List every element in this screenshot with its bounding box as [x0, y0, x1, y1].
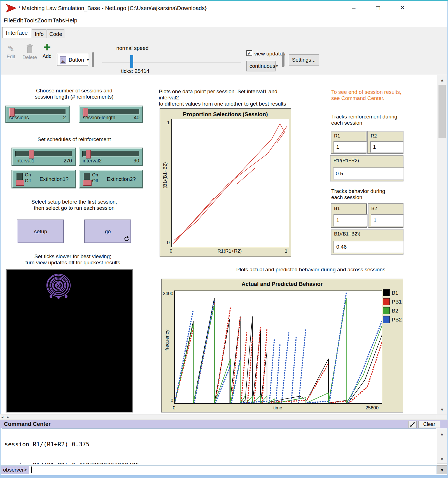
x-max-label: 1 [285, 248, 287, 254]
button-widget-icon: ✝abc [60, 56, 66, 64]
monitor-label: R1 [334, 133, 340, 139]
slider-track [15, 151, 72, 157]
menu-file[interactable]: File [4, 17, 13, 24]
menu-tools[interactable]: Tools [24, 17, 38, 24]
note-plot2: Plots actual and predicted behavior duri… [199, 267, 423, 273]
legend-label: PB2 [392, 317, 402, 323]
chevron-down-icon: ▼ [440, 468, 444, 472]
maximize-button[interactable]: □ [372, 3, 384, 13]
scroll-down-arrow[interactable]: ▼ [437, 454, 447, 463]
menu-zoom[interactable]: Zoom [37, 17, 52, 24]
r-ratio-monitor: R1/(R1+R2) 0.5 [330, 156, 403, 181]
x-max-label: 25600 [365, 405, 379, 411]
go-button-label: go [105, 228, 111, 235]
add-tool[interactable]: + Add [39, 41, 55, 59]
b-ratio-monitor: B1/(B1+B2)) 0.46 [331, 229, 403, 254]
x-axis-label: time [174, 405, 381, 411]
y-max-label: 2400 [162, 291, 173, 297]
menu-tabs[interactable]: Tabs [53, 17, 65, 24]
setup-button[interactable]: setup [17, 220, 64, 243]
observer-history-dropdown[interactable]: ▼ [437, 465, 447, 474]
monitor-value: 0.46 [333, 241, 404, 253]
legend-swatch-b1 [383, 289, 390, 296]
edit-tool: ✎ Edit [3, 44, 19, 60]
note-schedules: Set schedules of reinforcement [11, 136, 137, 143]
scroll-left-arrow[interactable]: ◂ [1, 415, 3, 419]
switch-off-label: Off [92, 178, 98, 183]
widget-type-dropdown[interactable]: ✝abc Button ▼ [57, 54, 88, 66]
monitor-value: 1 [371, 214, 404, 227]
legend-item-pb1: PB1 [383, 298, 402, 305]
scroll-right-arrow[interactable]: ▸ [7, 415, 9, 419]
tab-info[interactable]: Info [32, 29, 46, 38]
actual-predicted-plot: Actual and Predicted Behavior 2400 0 fre… [161, 279, 403, 412]
plot-title: Actual and Predicted Behavior [162, 281, 403, 287]
legend-item-pb2: PB2 [383, 316, 402, 323]
switch-name: Extinction1? [35, 171, 73, 187]
switch-handle[interactable] [83, 180, 92, 186]
legend-swatch-b2 [383, 307, 390, 314]
tab-interface[interactable]: Interface [2, 27, 31, 38]
observer-prompt: observer> [1, 466, 29, 474]
note-tracks-behavior: Tracks behavior during each session [331, 188, 412, 200]
command-center-output[interactable]: session R1/(R1+R2) 0.375 session B1/(B1+… [2, 428, 436, 464]
add-tool-label: Add [39, 53, 55, 59]
r1-monitor: R1 1 [331, 131, 366, 153]
menu-help[interactable]: Help [65, 17, 77, 24]
update-mode-value: continuous [249, 63, 275, 69]
sessions-slider[interactable]: sessions2 [6, 106, 69, 123]
monitor-value: 0.5 [333, 167, 404, 180]
scroll-up-arrow[interactable]: ▲ [437, 429, 447, 438]
scrollbar-thumb[interactable] [438, 85, 446, 138]
note-setup: Select setup before the first session; t… [11, 199, 137, 211]
note-command-center: To see end of session results, see Comma… [331, 89, 415, 101]
go-button[interactable]: go [85, 220, 131, 243]
close-button[interactable]: × [397, 3, 408, 13]
chevron-down-icon: ▼ [86, 58, 90, 62]
command-output-scrollbar[interactable]: ▲ ▼ [437, 429, 447, 464]
interval1-slider[interactable]: interval1270 [12, 148, 76, 166]
legend-label: PB1 [392, 299, 402, 305]
view-updates-checkbox[interactable]: ✓ [246, 50, 252, 56]
monitor-label: B1/(B1+B2)) [334, 231, 360, 237]
menu-edit[interactable]: Edit [13, 17, 23, 24]
scrollbar-corner [437, 414, 447, 420]
interval2-slider[interactable]: interval290 [79, 148, 143, 166]
observer-input-row: observer> [1, 465, 437, 474]
slider-value: 90 [134, 158, 139, 164]
check-icon: ✓ [248, 51, 251, 56]
monitor-label: B2 [371, 206, 377, 211]
session-length-slider[interactable]: session-length40 [79, 106, 143, 123]
clear-button[interactable]: Clear [418, 421, 440, 428]
scroll-up-arrow[interactable]: ▲ [437, 75, 447, 84]
legend-swatch-pb1 [383, 298, 390, 305]
minimize-button[interactable]: – [348, 3, 359, 13]
view-updates-label: view updates [254, 51, 285, 57]
extinction1-switch[interactable]: On Off Extinction1? [12, 170, 76, 188]
slider-handle[interactable] [29, 150, 34, 158]
update-mode-dropdown[interactable]: continuous ▼ [246, 61, 276, 71]
monitor-label: B1 [334, 206, 340, 211]
settings-button[interactable]: Settings... [289, 54, 319, 66]
switch-off-label: Off [25, 178, 31, 183]
main-horizontal-scrollbar[interactable]: ◂ ▸ [0, 414, 437, 420]
world-view[interactable] [6, 269, 133, 412]
monitor-label: R1/(R1+R2) [333, 158, 359, 164]
slider-label: interval2 [83, 158, 102, 164]
title-bar[interactable]: * Matching Law Simulation_Base - NetLogo… [1, 1, 447, 15]
trash-icon [21, 44, 38, 53]
speed-slider-thumb[interactable] [130, 55, 133, 68]
setup-button-label: setup [34, 228, 47, 235]
note-plot1: Plots one data point per session. Set in… [159, 88, 299, 107]
observer-input[interactable] [29, 467, 435, 474]
slider-value: 40 [134, 115, 139, 121]
toolbar-separator [282, 52, 284, 67]
expand-command-center-button[interactable] [408, 421, 417, 428]
extinction2-switch[interactable]: On Off Extinction2? [79, 170, 143, 188]
switch-handle[interactable] [16, 180, 24, 186]
tab-code[interactable]: Code [47, 29, 64, 38]
main-vertical-scrollbar[interactable]: ▲ ▼ [437, 75, 447, 414]
speed-slider-track[interactable] [102, 62, 241, 63]
slider-handle[interactable] [86, 150, 91, 158]
scroll-down-arrow[interactable]: ▼ [437, 405, 447, 414]
